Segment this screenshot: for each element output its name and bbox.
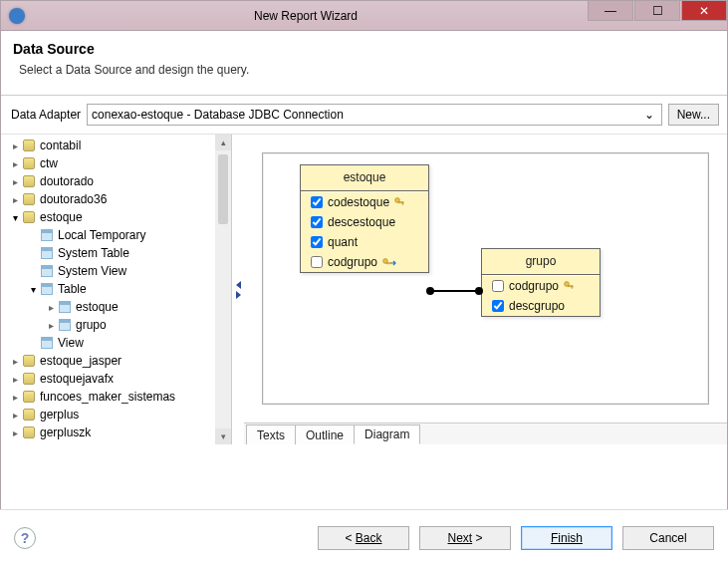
tree-item-label: System Table bbox=[58, 246, 129, 260]
tree-arrow-closed-icon[interactable]: ▸ bbox=[9, 373, 21, 385]
entity-field-row[interactable]: codgrupo bbox=[301, 252, 428, 272]
database-icon bbox=[21, 390, 37, 404]
chevron-down-icon: ⌄ bbox=[641, 108, 657, 122]
entity-field-row[interactable]: codestoque bbox=[301, 192, 428, 212]
tree-arrow-none bbox=[27, 247, 39, 259]
tree-arrow-closed-icon[interactable]: ▸ bbox=[9, 355, 21, 367]
tree-item-label: funcoes_maker_sistemas bbox=[40, 390, 175, 404]
tree-item-label: estoque bbox=[76, 300, 119, 314]
tree-item-label: estoque bbox=[40, 210, 83, 224]
tree-item[interactable]: System View bbox=[5, 262, 231, 280]
tree-item[interactable]: System Table bbox=[5, 244, 231, 262]
database-icon bbox=[21, 372, 37, 386]
tree-arrow-open-icon[interactable]: ▾ bbox=[9, 211, 21, 223]
tree[interactable]: ▸contabil▸ctw▸doutorado▸doutorado36▾esto… bbox=[1, 135, 231, 443]
tree-item[interactable]: ▸estoque bbox=[5, 298, 231, 316]
tree-arrow-none bbox=[27, 229, 39, 241]
tree-pane: ▸contabil▸ctw▸doutorado▸doutorado36▾esto… bbox=[1, 135, 232, 444]
scroll-down-icon[interactable]: ▾ bbox=[215, 428, 231, 444]
tree-item[interactable]: ▸contabil bbox=[5, 137, 231, 154]
tree-arrow-closed-icon[interactable]: ▸ bbox=[9, 193, 21, 205]
table-icon bbox=[39, 336, 55, 350]
foreign-key-icon bbox=[382, 257, 396, 267]
cancel-button[interactable]: Cancel bbox=[622, 526, 714, 550]
tab-outline[interactable]: Outline bbox=[295, 424, 355, 444]
field-checkbox[interactable] bbox=[311, 196, 323, 208]
table-icon bbox=[57, 300, 73, 314]
tree-arrow-closed-icon[interactable]: ▸ bbox=[45, 319, 57, 331]
tree-item[interactable]: ▸gerpluszk bbox=[5, 424, 231, 441]
field-checkbox[interactable] bbox=[311, 236, 323, 248]
tree-item-label: ctw bbox=[40, 156, 58, 170]
tree-arrow-closed-icon[interactable]: ▸ bbox=[9, 409, 21, 421]
back-button[interactable]: < Back bbox=[318, 526, 409, 550]
tree-item[interactable]: ▾estoque bbox=[5, 208, 231, 226]
tree-arrow-closed-icon[interactable]: ▸ bbox=[9, 140, 21, 151]
entity-field-row[interactable]: descestoque bbox=[301, 212, 428, 232]
tree-arrow-closed-icon[interactable]: ▸ bbox=[9, 391, 21, 403]
minimize-button[interactable]: — bbox=[588, 1, 633, 21]
entity-field-row[interactable]: quant bbox=[301, 232, 428, 252]
diagram-pane[interactable]: estoque codestoquedescestoquequantcodgru… bbox=[244, 135, 727, 423]
window-title: New Report Wizard bbox=[25, 9, 587, 23]
tree-scrollbar[interactable]: ▴ ▾ bbox=[215, 135, 231, 444]
new-adapter-button[interactable]: New... bbox=[668, 104, 719, 126]
tree-item[interactable]: ▸doutorado bbox=[5, 172, 231, 190]
entity-field-row[interactable]: codgrupo bbox=[482, 276, 600, 296]
svg-rect-4 bbox=[387, 263, 392, 264]
tree-arrow-open-icon[interactable]: ▾ bbox=[27, 283, 39, 295]
window-controls: — ☐ ✕ bbox=[587, 1, 727, 30]
tree-arrow-closed-icon[interactable]: ▸ bbox=[9, 426, 21, 438]
maximize-button[interactable]: ☐ bbox=[634, 1, 680, 21]
database-icon bbox=[21, 408, 37, 422]
field-label: codgrupo bbox=[509, 279, 559, 293]
tree-arrow-closed-icon[interactable]: ▸ bbox=[9, 175, 21, 187]
diagram-wrap: estoque codestoquedescestoquequantcodgru… bbox=[244, 135, 727, 444]
next-button[interactable]: Next > bbox=[419, 526, 511, 550]
entity-estoque[interactable]: estoque codestoquedescestoquequantcodgru… bbox=[300, 164, 429, 273]
app-icon bbox=[9, 8, 25, 24]
close-button[interactable]: ✕ bbox=[681, 1, 727, 21]
entity-grupo[interactable]: grupo codgrupodescgrupo bbox=[481, 248, 601, 317]
tree-item[interactable]: ▸estoquejavafx bbox=[5, 370, 231, 388]
entity-field-row[interactable]: descgrupo bbox=[482, 296, 600, 316]
database-icon bbox=[21, 425, 37, 439]
triangle-left-icon bbox=[236, 281, 241, 289]
tree-item[interactable]: ▸gerplus bbox=[5, 406, 231, 424]
data-adapter-value: conexao-estoque - Database JDBC Connecti… bbox=[92, 108, 344, 122]
data-adapter-select[interactable]: conexao-estoque - Database JDBC Connecti… bbox=[87, 104, 662, 126]
split-handle[interactable] bbox=[232, 135, 244, 444]
tree-item[interactable]: ▸funcoes_maker_sistemas bbox=[5, 388, 231, 406]
scroll-thumb[interactable] bbox=[218, 154, 228, 224]
wizard-header: Data Source Select a Data Source and des… bbox=[1, 31, 727, 96]
table-icon bbox=[39, 282, 55, 296]
tree-item[interactable]: ▸doutorado36 bbox=[5, 190, 231, 208]
tree-item[interactable]: Local Temporary bbox=[5, 226, 231, 244]
tree-item-label: gerpluszk bbox=[40, 425, 91, 439]
entity-title: estoque bbox=[301, 165, 428, 191]
tree-item-label: Local Temporary bbox=[58, 228, 146, 242]
tree-arrow-closed-icon[interactable]: ▸ bbox=[9, 157, 21, 169]
tree-item[interactable]: View bbox=[5, 334, 231, 352]
field-checkbox[interactable] bbox=[492, 300, 504, 312]
tree-item[interactable]: ▸estoque_jasper bbox=[5, 352, 231, 370]
field-checkbox[interactable] bbox=[311, 256, 323, 268]
tree-item-label: doutorado bbox=[40, 174, 94, 188]
data-adapter-label: Data Adapter bbox=[9, 108, 81, 122]
connector-line bbox=[433, 290, 478, 292]
diagram-tabs: TextsOutlineDiagram bbox=[244, 423, 727, 444]
tree-item[interactable]: ▾Table bbox=[5, 280, 231, 298]
tree-arrow-closed-icon[interactable]: ▸ bbox=[45, 301, 57, 313]
data-adapter-row: Data Adapter conexao-estoque - Database … bbox=[1, 96, 727, 134]
finish-button[interactable]: Finish bbox=[521, 526, 612, 550]
field-label: descestoque bbox=[328, 215, 395, 229]
field-checkbox[interactable] bbox=[311, 216, 323, 228]
scroll-up-icon[interactable]: ▴ bbox=[215, 135, 231, 150]
field-checkbox[interactable] bbox=[492, 280, 504, 292]
tab-texts[interactable]: Texts bbox=[246, 424, 296, 444]
tab-diagram[interactable]: Diagram bbox=[354, 424, 420, 444]
tree-item[interactable]: ▸grupo bbox=[5, 316, 231, 334]
help-icon[interactable]: ? bbox=[14, 527, 36, 549]
tree-item[interactable]: ▸ctw bbox=[5, 154, 231, 172]
tree-item-label: View bbox=[58, 336, 84, 350]
